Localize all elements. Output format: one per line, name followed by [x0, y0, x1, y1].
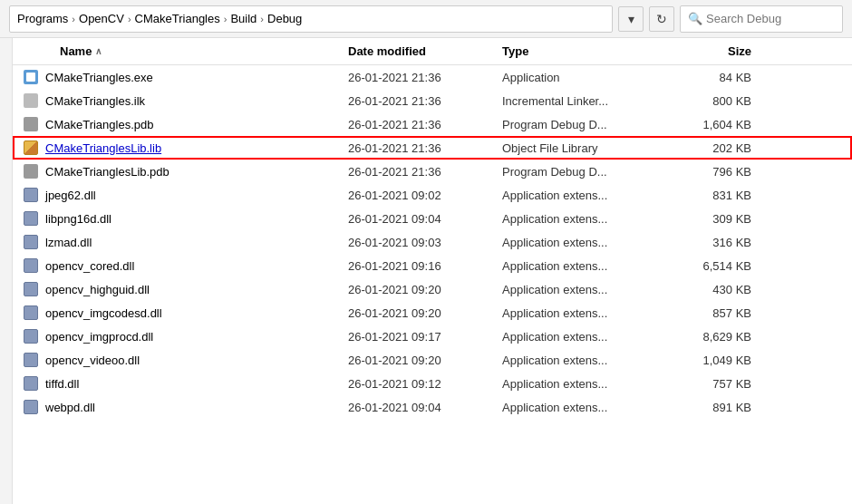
table-row[interactable]: jpeg62.dll 26-01-2021 09:02 Application …	[13, 183, 852, 207]
address-bar: Programs › OpenCV › CMakeTriangles › Bui…	[0, 0, 852, 38]
file-date: 26-01-2021 21:36	[348, 165, 502, 179]
search-input[interactable]	[706, 12, 833, 25]
breadcrumb-build[interactable]: Build	[230, 12, 257, 25]
file-type: Object File Library	[502, 141, 679, 155]
file-icon	[22, 398, 40, 416]
file-date: 26-01-2021 09:20	[348, 283, 502, 296]
file-name-cell: webpd.dll	[13, 398, 348, 416]
table-row[interactable]: opencv_imgprocd.dll 26-01-2021 09:17 App…	[13, 325, 852, 348]
file-type: Application extens...	[502, 401, 679, 414]
file-name: opencv_highguid.dll	[45, 283, 150, 296]
file-name: lzmad.dll	[45, 236, 92, 249]
file-date: 26-01-2021 21:36	[348, 141, 502, 155]
file-size: 309 KB	[679, 212, 770, 226]
file-name-cell: CMakeTriangles.pdb	[13, 115, 348, 133]
table-row[interactable]: CMakeTrianglesLib.pdb 26-01-2021 21:36 P…	[13, 160, 852, 183]
breadcrumb-cmaketriangles[interactable]: CMakeTriangles	[135, 12, 220, 25]
col-name-label: Name	[60, 44, 92, 58]
file-name: CMakeTrianglesLib.pdb	[45, 165, 169, 179]
breadcrumb-programs[interactable]: Programs	[17, 12, 68, 25]
file-type: Application extens...	[502, 283, 679, 296]
file-type: Application extens...	[502, 354, 679, 367]
file-name-cell: opencv_videoo.dll	[13, 351, 348, 369]
file-name: opencv_videoo.dll	[45, 354, 140, 367]
file-icon	[22, 327, 40, 345]
file-size: 800 KB	[679, 94, 770, 108]
file-name-cell: opencv_highguid.dll	[13, 280, 348, 298]
table-row[interactable]: webpd.dll 26-01-2021 09:04 Application e…	[13, 395, 852, 419]
file-name-cell: opencv_imgcodesd.dll	[13, 304, 348, 322]
file-date: 26-01-2021 21:36	[348, 71, 502, 84]
breadcrumb-sep-1: ›	[72, 14, 75, 24]
file-icon	[22, 115, 40, 133]
column-header: Name ∧ Date modified Type Size	[13, 38, 852, 65]
file-date: 26-01-2021 09:04	[348, 401, 502, 414]
file-name-cell: opencv_cored.dll	[13, 257, 348, 275]
file-size: 6,514 KB	[679, 259, 770, 273]
file-date: 26-01-2021 09:20	[348, 354, 502, 367]
file-name: jpeg62.dll	[45, 189, 96, 202]
file-size: 891 KB	[679, 401, 770, 414]
table-row[interactable]: opencv_imgcodesd.dll 26-01-2021 09:20 Ap…	[13, 301, 852, 325]
file-size: 857 KB	[679, 306, 770, 320]
file-name: opencv_imgprocd.dll	[45, 330, 153, 344]
file-date: 26-01-2021 09:16	[348, 259, 502, 273]
file-icon	[22, 374, 40, 393]
file-size: 84 KB	[679, 71, 770, 84]
col-size-header[interactable]: Size	[679, 44, 770, 58]
col-type-header[interactable]: Type	[502, 44, 679, 58]
table-row[interactable]: CMakeTriangles.pdb 26-01-2021 21:36 Prog…	[13, 112, 852, 136]
table-row[interactable]: CMakeTriangles.exe 26-01-2021 21:36 Appl…	[13, 65, 852, 89]
file-explorer-layout: Name ∧ Date modified Type Size CMakeTria…	[0, 38, 852, 504]
search-box[interactable]: 🔍	[680, 5, 843, 33]
file-icon	[22, 139, 40, 157]
table-row[interactable]: CMakeTrianglesLib.lib 26-01-2021 21:36 O…	[13, 136, 852, 160]
file-list: CMakeTriangles.exe 26-01-2021 21:36 Appl…	[13, 65, 852, 504]
file-icon	[22, 68, 40, 86]
file-type: Program Debug D...	[502, 118, 679, 131]
file-icon	[22, 257, 40, 275]
file-name-cell: opencv_imgprocd.dll	[13, 327, 348, 345]
file-date: 26-01-2021 09:03	[348, 236, 502, 249]
table-row[interactable]: libpng16d.dll 26-01-2021 09:04 Applicati…	[13, 207, 852, 230]
file-type: Application extens...	[502, 259, 679, 273]
sort-arrow-icon: ∧	[95, 46, 102, 56]
file-date: 26-01-2021 09:02	[348, 189, 502, 202]
breadcrumb-sep-4: ›	[260, 14, 264, 24]
file-date: 26-01-2021 09:12	[348, 377, 502, 391]
col-date-header[interactable]: Date modified	[348, 44, 502, 58]
file-name-cell: CMakeTriangles.ilk	[13, 92, 348, 110]
col-name-header[interactable]: Name ∧	[13, 44, 348, 58]
file-date: 26-01-2021 09:20	[348, 306, 502, 320]
file-icon	[22, 233, 40, 251]
file-icon	[22, 186, 40, 204]
refresh-button[interactable]: ↻	[649, 6, 674, 32]
file-date: 26-01-2021 09:17	[348, 330, 502, 344]
file-size: 1,049 KB	[679, 354, 770, 367]
file-date: 26-01-2021 09:04	[348, 212, 502, 226]
file-name: webpd.dll	[45, 401, 95, 414]
file-name: CMakeTriangles.exe	[45, 71, 153, 84]
file-name-cell: tiffd.dll	[13, 374, 348, 393]
file-type: Incremental Linker...	[502, 94, 679, 108]
dropdown-button[interactable]: ▾	[618, 6, 644, 32]
file-size: 8,629 KB	[679, 330, 770, 344]
file-size: 831 KB	[679, 189, 770, 202]
breadcrumb[interactable]: Programs › OpenCV › CMakeTriangles › Bui…	[9, 5, 613, 33]
file-name: CMakeTriangles.ilk	[45, 94, 145, 108]
file-name: libpng16d.dll	[45, 212, 111, 226]
file-name: CMakeTrianglesLib.lib	[45, 141, 161, 155]
file-type: Application extens...	[502, 236, 679, 249]
file-size: 796 KB	[679, 165, 770, 179]
file-type: Application extens...	[502, 212, 679, 226]
file-name-cell: jpeg62.dll	[13, 186, 348, 204]
table-row[interactable]: opencv_cored.dll 26-01-2021 09:16 Applic…	[13, 254, 852, 277]
table-row[interactable]: CMakeTriangles.ilk 26-01-2021 21:36 Incr…	[13, 89, 852, 112]
table-row[interactable]: tiffd.dll 26-01-2021 09:12 Application e…	[13, 372, 852, 395]
breadcrumb-opencv[interactable]: OpenCV	[79, 12, 124, 25]
file-date: 26-01-2021 21:36	[348, 94, 502, 108]
table-row[interactable]: opencv_videoo.dll 26-01-2021 09:20 Appli…	[13, 348, 852, 372]
file-name: tiffd.dll	[45, 377, 79, 391]
table-row[interactable]: lzmad.dll 26-01-2021 09:03 Application e…	[13, 230, 852, 254]
table-row[interactable]: opencv_highguid.dll 26-01-2021 09:20 App…	[13, 277, 852, 301]
